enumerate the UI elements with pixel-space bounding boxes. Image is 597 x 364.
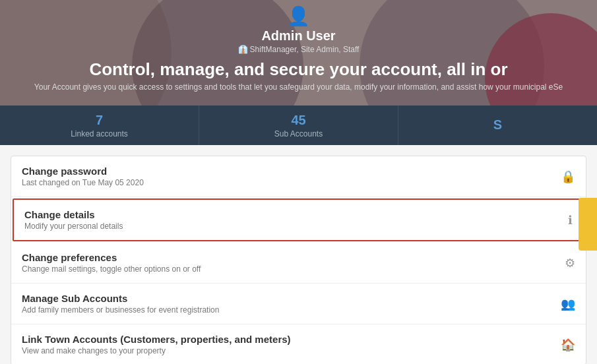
menu-item-icon-1: ℹ bbox=[568, 213, 573, 228]
linked-accounts-number: 7 bbox=[96, 113, 103, 128]
menu-item-1[interactable]: Change detailsModify your personal detai… bbox=[13, 198, 584, 241]
menu-item-text-4: Link Town Accounts (Customers, propertie… bbox=[22, 334, 553, 355]
menu-item-3[interactable]: Manage Sub AccountsAdd family members or… bbox=[11, 284, 586, 324]
menu-item-text-2: Change preferencesChange mail settings, … bbox=[22, 252, 557, 274]
hero-title: Control, manage, and secure your account… bbox=[89, 59, 507, 80]
menu-item-desc-0: Last changed on Tue May 05 2020 bbox=[22, 178, 553, 187]
menu-item-title-3: Manage Sub Accounts bbox=[22, 293, 553, 304]
user-name: Admin User bbox=[238, 28, 360, 44]
menu-item-desc-2: Change mail settings, toggle other optio… bbox=[22, 264, 557, 274]
menu-item-desc-4: View and make changes to your property bbox=[22, 346, 553, 355]
sub-accounts-number: 45 bbox=[291, 113, 305, 128]
menu-item-text-0: Change passwordLast changed on Tue May 0… bbox=[22, 166, 553, 187]
user-roles: 👔ShiftManager, Site Admin, Staff bbox=[238, 45, 360, 54]
user-info: 👤 Admin User 👔ShiftManager, Site Admin, … bbox=[238, 5, 360, 54]
user-avatar-icon: 👤 bbox=[238, 5, 360, 27]
menu-item-text-3: Manage Sub AccountsAdd family members or… bbox=[22, 293, 553, 315]
stats-bar: 7 Linked accounts 45 Sub Accounts S bbox=[0, 106, 597, 145]
hero-subtitle: Your Account gives you quick access to s… bbox=[34, 82, 563, 92]
stat-sub-accounts[interactable]: 45 Sub Accounts bbox=[199, 106, 398, 145]
extra-number: S bbox=[493, 117, 502, 133]
linked-accounts-label: Linked accounts bbox=[71, 129, 128, 138]
menu-item-4[interactable]: Link Town Accounts (Customers, propertie… bbox=[11, 324, 586, 364]
menu-item-2[interactable]: Change preferencesChange mail settings, … bbox=[11, 243, 586, 284]
menu-item-text-1: Change detailsModify your personal detai… bbox=[24, 209, 560, 231]
header-area: 👤 Admin User 👔ShiftManager, Site Admin, … bbox=[0, 0, 597, 106]
menu-item-title-1: Change details bbox=[24, 209, 560, 220]
yellow-sidebar-tab[interactable] bbox=[579, 198, 597, 251]
stat-linked-accounts[interactable]: 7 Linked accounts bbox=[0, 106, 199, 145]
sub-accounts-label: Sub Accounts bbox=[274, 129, 323, 138]
roles-icon: 👔 bbox=[238, 45, 248, 54]
menu-card: Change passwordLast changed on Tue May 0… bbox=[11, 156, 586, 364]
menu-item-icon-2: ⚙ bbox=[565, 256, 575, 270]
menu-item-title-4: Link Town Accounts (Customers, propertie… bbox=[22, 334, 553, 345]
menu-item-title-0: Change password bbox=[22, 166, 553, 177]
main-content: Change passwordLast changed on Tue May 0… bbox=[0, 145, 597, 364]
menu-item-title-2: Change preferences bbox=[22, 252, 557, 263]
menu-item-icon-0: 🔒 bbox=[561, 169, 575, 184]
menu-item-icon-4: 🏠 bbox=[561, 338, 575, 352]
menu-item-desc-3: Add family members or businesses for eve… bbox=[22, 305, 553, 315]
menu-item-icon-3: 👥 bbox=[561, 297, 575, 311]
stat-extra[interactable]: S bbox=[398, 106, 597, 145]
menu-item-desc-1: Modify your personal details bbox=[24, 222, 560, 231]
menu-item-0[interactable]: Change passwordLast changed on Tue May 0… bbox=[11, 156, 586, 197]
